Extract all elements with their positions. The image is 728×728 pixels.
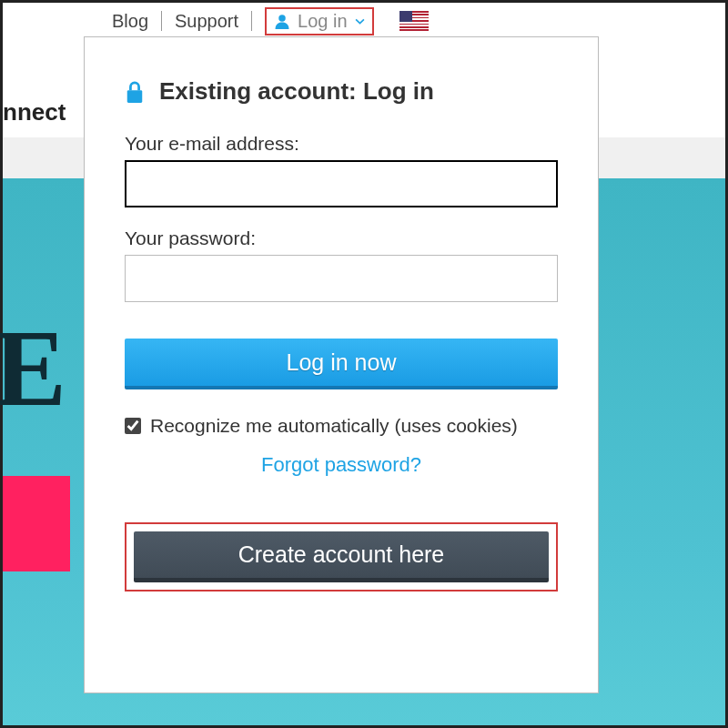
- email-label: Your e-mail address:: [125, 133, 558, 155]
- login-panel-title: Existing account: Log in: [125, 77, 558, 106]
- chevron-down-icon: [355, 16, 365, 26]
- brand-partial: nnect: [3, 98, 66, 126]
- login-title-text: Existing account: Log in: [159, 77, 434, 106]
- hero-cta-partial[interactable]: [3, 476, 70, 571]
- email-field[interactable]: [125, 160, 558, 207]
- login-submit-button[interactable]: Log in now: [125, 339, 558, 389]
- lock-icon: [125, 80, 145, 104]
- login-dropdown-panel: Existing account: Log in Your e-mail add…: [84, 36, 599, 693]
- remember-me-option[interactable]: Recognize me automatically (uses cookies…: [125, 415, 558, 437]
- login-trigger-label: Log in: [298, 11, 348, 32]
- svg-point-0: [278, 15, 286, 22]
- password-field[interactable]: [125, 255, 558, 302]
- svg-rect-1: [127, 90, 143, 103]
- create-account-button[interactable]: Create account here: [134, 531, 549, 582]
- top-nav: Blog Support Log in: [3, 3, 725, 39]
- create-account-highlight: Create account here: [125, 522, 558, 592]
- country-flag-us[interactable]: [399, 11, 429, 31]
- nav-separator: [161, 11, 162, 31]
- hero-text: E: [0, 306, 39, 431]
- login-dropdown-trigger[interactable]: Log in: [265, 7, 374, 35]
- remember-me-checkbox[interactable]: [125, 418, 141, 434]
- remember-me-label: Recognize me automatically (uses cookies…: [150, 415, 518, 437]
- nav-separator: [251, 11, 252, 31]
- forgot-password-link[interactable]: Forgot password?: [261, 453, 421, 476]
- nav-blog[interactable]: Blog: [112, 11, 148, 32]
- person-icon: [274, 13, 290, 29]
- nav-support[interactable]: Support: [175, 11, 238, 32]
- password-label: Your password:: [125, 228, 558, 249]
